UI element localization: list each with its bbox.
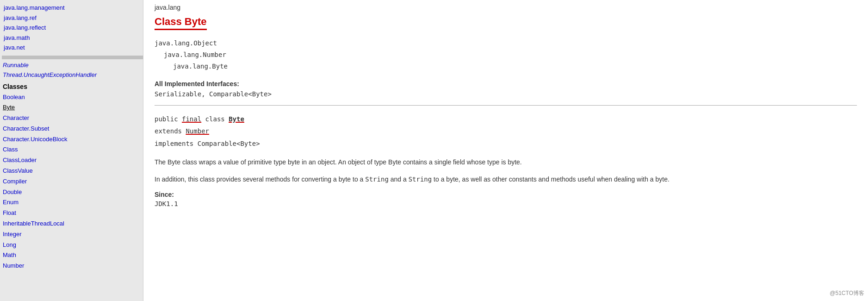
package-path: java.lang: [155, 4, 857, 11]
sidebar-class-link-compiler[interactable]: Compiler: [2, 176, 143, 187]
sidebar-class-link-classvalue[interactable]: ClassValue: [2, 166, 143, 176]
implemented-interfaces-label: All Implemented Interfaces:: [155, 80, 857, 88]
sidebar-class-link-classloader[interactable]: ClassLoader: [2, 155, 143, 166]
sidebar-class-link-byte[interactable]: Byte: [2, 102, 143, 113]
declaration-line3: implements Comparable<Byte>: [155, 138, 857, 150]
main-content: java.lang Class Byte java.lang.Object ja…: [143, 0, 868, 301]
sidebar-link-math[interactable]: java.math: [3, 33, 143, 43]
sidebar-link-ref[interactable]: java.lang.ref: [3, 13, 143, 23]
class-title: Class Byte: [155, 16, 207, 30]
sidebar-class-link-number[interactable]: Number: [2, 261, 143, 271]
sidebar-class-link-class[interactable]: Class: [2, 144, 143, 155]
sidebar-class-list: BooleanByteCharacterCharacter.SubsetChar…: [2, 92, 143, 272]
sidebar-class-link-long[interactable]: Long: [2, 240, 143, 251]
watermark: @51CTO博客: [830, 289, 864, 297]
inheritance-tree: java.lang.Object java.lang.Number java.l…: [155, 38, 857, 73]
scrollbar-indicator[interactable]: [2, 56, 143, 59]
desc2-mid: and a: [389, 176, 409, 183]
sidebar-class-link-character[interactable]: Character: [2, 113, 143, 124]
declaration-line1: public final class Byte: [155, 113, 857, 125]
declaration-line2: extends Number: [155, 125, 857, 138]
since-label: Since:: [155, 191, 857, 198]
decl-final: final: [182, 115, 201, 123]
decl-class: class: [201, 115, 229, 123]
sidebar-classes-header: Classes: [2, 80, 143, 92]
decl-extends-val: Number: [186, 127, 209, 135]
sidebar-class-link-inheritablethreadlocal[interactable]: InheritableThreadLocal: [2, 219, 143, 229]
sidebar-link-net[interactable]: java.net: [3, 43, 143, 53]
sidebar-class-link-character-subset[interactable]: Character.Subset: [2, 124, 143, 134]
sidebar-class-link-double[interactable]: Double: [2, 187, 143, 198]
sidebar-link-reflect[interactable]: java.lang.reflect: [3, 23, 143, 33]
since-section: Since: JDK1.1: [155, 191, 857, 207]
description-2: In addition, this class provides several…: [155, 174, 857, 184]
sidebar-link-uncaught[interactable]: Thread.UncaughtExceptionHandler: [2, 70, 143, 80]
interfaces-line: Serializable, Comparable<Byte>: [155, 90, 857, 98]
decl-classname: Byte: [229, 115, 244, 123]
desc2-string1: String: [365, 176, 389, 183]
desc2-pre: In addition, this class provides several…: [155, 176, 365, 183]
sidebar: java.lang.management java.lang.ref java.…: [0, 0, 143, 301]
sidebar-class-link-enum[interactable]: Enum: [2, 197, 143, 208]
description-1: The Byte class wraps a value of primitiv…: [155, 157, 857, 167]
class-declaration: public final class Byte extends Number i…: [155, 113, 857, 150]
sidebar-class-link-math[interactable]: Math: [2, 250, 143, 261]
sidebar-top-links: java.lang.management java.lang.ref java.…: [2, 2, 143, 55]
decl-extends-kw: extends: [155, 127, 186, 135]
since-value: JDK1.1: [155, 200, 857, 207]
inheritance-item-0: java.lang.Object: [155, 38, 857, 49]
sidebar-class-link-boolean[interactable]: Boolean: [2, 92, 143, 103]
sidebar-class-link-integer[interactable]: Integer: [2, 229, 143, 240]
sidebar-class-link-character-unicodeblock[interactable]: Character.UnicodeBlock: [2, 134, 143, 145]
desc2-string2: String: [409, 176, 432, 183]
sidebar-link-management[interactable]: java.lang.management: [3, 3, 143, 13]
decl-public: public: [155, 115, 182, 123]
desc2-post: to a byte, as well as other constants an…: [432, 176, 670, 183]
inheritance-item-1: java.lang.Number: [155, 49, 857, 61]
divider: [155, 105, 857, 106]
inheritance-item-2: java.lang.Byte: [155, 61, 857, 72]
sidebar-class-link-float[interactable]: Float: [2, 208, 143, 219]
sidebar-link-runnable[interactable]: Runnable: [2, 60, 143, 70]
